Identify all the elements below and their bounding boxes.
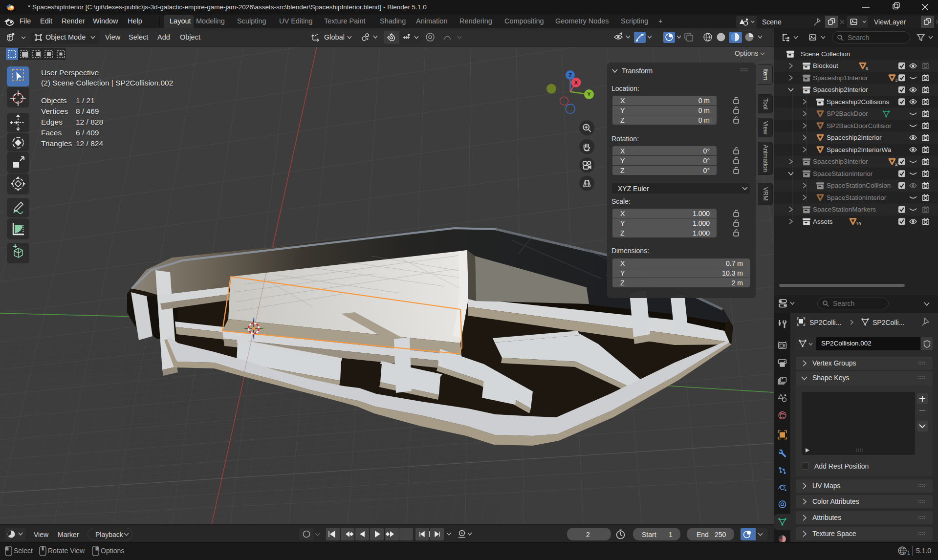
svg-text:SP2BackDoor: SP2BackDoor (827, 110, 868, 117)
svg-text:Spaceship2Collisions: Spaceship2Collisions (827, 98, 890, 106)
svg-text:SpaceStationCollision: SpaceStationCollision (827, 182, 891, 189)
svg-text:SpaceStationMarkers: SpaceStationMarkers (813, 206, 876, 213)
svg-text:Blockout: Blockout (813, 62, 838, 69)
svg-text:X: X (574, 80, 578, 86)
svg-text:SP2BackDoorCollisior: SP2BackDoorCollisior (827, 122, 892, 129)
svg-text:Spaceship2Interior: Spaceship2Interior (827, 134, 882, 141)
svg-text:Scene Collection: Scene Collection (801, 50, 850, 58)
svg-text:Z: Z (568, 72, 572, 78)
svg-text:SpaceStationInterior: SpaceStationInterior (827, 194, 887, 201)
svg-text:Y: Y (587, 91, 591, 97)
svg-text:Assets: Assets (813, 218, 833, 225)
svg-text:SpaceStationInterior: SpaceStationInterior (813, 170, 873, 177)
svg-text:19: 19 (856, 221, 861, 226)
svg-text:6: 6 (866, 65, 868, 71)
svg-text:Spaceship2Interior: Spaceship2Interior (813, 86, 868, 93)
svg-text:2: 2 (895, 161, 897, 167)
svg-text:Spaceship2InteriorWa: Spaceship2InteriorWa (827, 146, 892, 153)
svg-text:3: 3 (895, 77, 897, 83)
svg-text:Spaceship1Interior: Spaceship1Interior (813, 74, 868, 82)
svg-text:Spaceship3Interior: Spaceship3Interior (813, 158, 868, 165)
